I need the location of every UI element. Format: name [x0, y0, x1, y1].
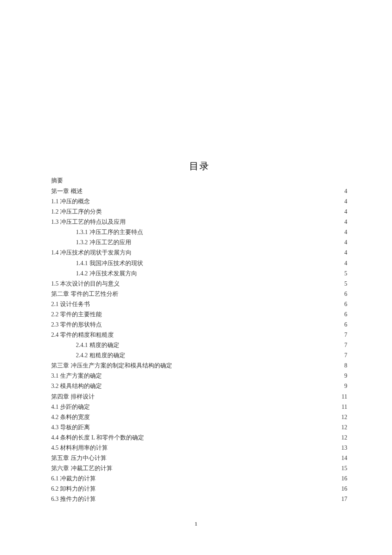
toc-entry-label: 第六章 冲裁工艺的计算 [51, 463, 112, 474]
toc-entry-label: 4.1 步距的确定 [51, 402, 90, 412]
toc-entry-page: 5 [343, 269, 347, 279]
toc-entry: 2.4.1 精度的确定 7 [51, 340, 347, 350]
toc-leader-dots [102, 382, 343, 388]
toc-entry-label: 第二章 零件的工艺性分析 [51, 289, 118, 299]
toc-entry-label: 2.4.1 精度的确定 [76, 340, 119, 350]
toc-entry-page: 7 [343, 340, 347, 350]
toc-entry-page: 4 [343, 227, 347, 237]
toc-entry-label: 1.2 冲压工序的分类 [51, 207, 102, 217]
toc-entry: 第一章 概述 4 [51, 186, 347, 197]
toc-entry: 4.3 导板的距离 12 [51, 422, 347, 433]
toc-leader-dots [107, 454, 341, 460]
toc-entry-label: 1.3.2 冲压工艺的应用 [76, 237, 131, 248]
toc-entry-page: 4 [343, 258, 347, 269]
toc-leader-dots [132, 249, 343, 254]
toc-entry-label: 1.3.1 冲压工序的主要特点 [76, 227, 143, 237]
toc-entry-page: 4 [343, 197, 347, 207]
toc-entry-page: 6 [343, 299, 347, 309]
toc-entry: 2.3 零件的形状特点 6 [51, 320, 347, 330]
toc-entry-label: 2.2 零件的主要性能 [51, 309, 102, 320]
toc-entry-label: 1.3 冲压工艺的特点以及应用 [51, 217, 126, 227]
toc-entry-label: 1.4.2 冲压技术发展方向 [76, 269, 137, 279]
toc-entry-page: 6 [343, 309, 347, 320]
toc-entry: 4.2 条料的宽度 12 [51, 412, 347, 422]
toc-entry: 6.1 冲裁力的计算 16 [51, 474, 347, 484]
toc-entry: 1.4.1 我国冲压技术的现状 4 [51, 258, 347, 269]
toc-entry-page: 9 [343, 371, 347, 381]
toc-entry-page: 6 [343, 289, 347, 299]
toc-entry-page: 12 [340, 422, 347, 433]
toc-entry-label: 1.4 冲压技术的现状于发展方向 [51, 248, 132, 258]
toc-leader-dots [131, 238, 344, 244]
toc-entry-label: 第一章 概述 [51, 186, 83, 197]
toc-entry-label: 6.2 卸料力的计算 [51, 484, 96, 494]
toc-entry-label: 6.3 推件力的计算 [51, 494, 96, 504]
toc-entry: 4.5 材料利用率的计算 13 [51, 443, 347, 453]
toc-leader-dots [96, 495, 340, 501]
toc-leader-dots [90, 413, 340, 419]
toc-entry: 1.1 冲压的概念 4 [51, 197, 347, 207]
toc-entry-label: 4.3 导板的距离 [51, 422, 90, 433]
toc-entry-page: 9 [343, 381, 347, 391]
toc-entry-page: 4 [343, 207, 347, 217]
toc-entry-label: 3.2 模具结构的确定 [51, 381, 102, 391]
toc-entry-label: 2.4 零件的精度和粗糙度 [51, 330, 114, 340]
toc-leader-dots [119, 341, 344, 347]
toc-entry: 1.2 冲压工序的分类 4 [51, 207, 347, 217]
toc-leader-dots [125, 351, 344, 357]
toc-entry: 第三章 冲压生产方案的制定和模具结构的确定 8 [51, 361, 347, 371]
toc-leader-dots [96, 485, 340, 491]
toc-entry: 3.2 模具结构的确定 9 [51, 381, 347, 391]
toc-entry-page: 14 [340, 453, 347, 463]
toc-entry: 1.5 本次设计的目的与意义 5 [51, 279, 347, 289]
toc-entry-label: 4.4 条料的长度 L 和零件个数的确定 [51, 433, 144, 443]
toc-entry-page: 7 [343, 350, 347, 361]
toc-entry: 1.4 冲压技术的现状于发展方向 4 [51, 248, 347, 258]
toc-leader-dots [118, 290, 344, 296]
toc-entry-page: 4 [343, 217, 347, 227]
toc-entry-label: 4.2 条料的宽度 [51, 412, 90, 422]
toc-entry: 2.1 设计任务书 6 [51, 299, 347, 309]
toc-entry-label: 第五章 压力中心计算 [51, 453, 107, 463]
toc-leader-dots [120, 280, 343, 286]
abstract-label: 摘要 [51, 177, 347, 185]
toc-entry: 第六章 冲裁工艺的计算 15 [51, 463, 347, 474]
toc-leader-dots [102, 310, 343, 316]
toc-entry-page: 17 [340, 494, 347, 504]
toc-entry-label: 4.5 材料利用率的计算 [51, 443, 108, 453]
toc-leader-dots [90, 300, 343, 306]
toc-entry-page: 4 [343, 237, 347, 248]
toc-entry-page: 8 [343, 361, 347, 371]
toc-entry: 2.4.2 粗糙度的确定 7 [51, 350, 347, 361]
toc-leader-dots [90, 197, 343, 203]
toc-entry: 1.3.1 冲压工序的主要特点 4 [51, 227, 347, 237]
toc-entry-page: 13 [340, 443, 347, 453]
toc-entry-page: 7 [343, 330, 347, 340]
toc-entry-page: 16 [340, 484, 347, 494]
toc-entry-page: 11 [341, 402, 347, 412]
toc-leader-dots [90, 423, 340, 429]
toc-entry-label: 1.4.1 我国冲压技术的现状 [76, 258, 143, 269]
toc-title: 目录 [51, 160, 347, 173]
toc-entry-page: 4 [343, 186, 347, 197]
toc-list: 第一章 概述 41.1 冲压的概念 41.2 冲压工序的分类 41.3 冲压工艺… [51, 186, 347, 504]
toc-entry-page: 4 [343, 248, 347, 258]
toc-leader-dots [137, 269, 344, 275]
toc-entry-page: 6 [343, 320, 347, 330]
toc-entry-label: 2.4.2 粗糙度的确定 [76, 350, 125, 361]
toc-entry: 4.1 步距的确定 11 [51, 402, 347, 412]
toc-entry-label: 1.5 本次设计的目的与意义 [51, 279, 120, 289]
toc-leader-dots [95, 393, 341, 399]
toc-leader-dots [112, 464, 341, 470]
toc-entry-label: 第三章 冲压生产方案的制定和模具结构的确定 [51, 361, 172, 371]
toc-entry: 第二章 零件的工艺性分析 6 [51, 289, 347, 299]
toc-entry: 2.2 零件的主要性能 6 [51, 309, 347, 320]
toc-entry: 6.3 推件力的计算 17 [51, 494, 347, 504]
toc-entry-page: 5 [343, 279, 347, 289]
toc-entry-label: 3.1 生产方案的确定 [51, 371, 102, 381]
toc-entry: 1.3 冲压工艺的特点以及应用 4 [51, 217, 347, 227]
toc-leader-dots [90, 403, 341, 409]
toc-entry-label: 2.1 设计任务书 [51, 299, 90, 309]
toc-entry: 6.2 卸料力的计算 16 [51, 484, 347, 494]
toc-entry-page: 15 [340, 463, 347, 474]
